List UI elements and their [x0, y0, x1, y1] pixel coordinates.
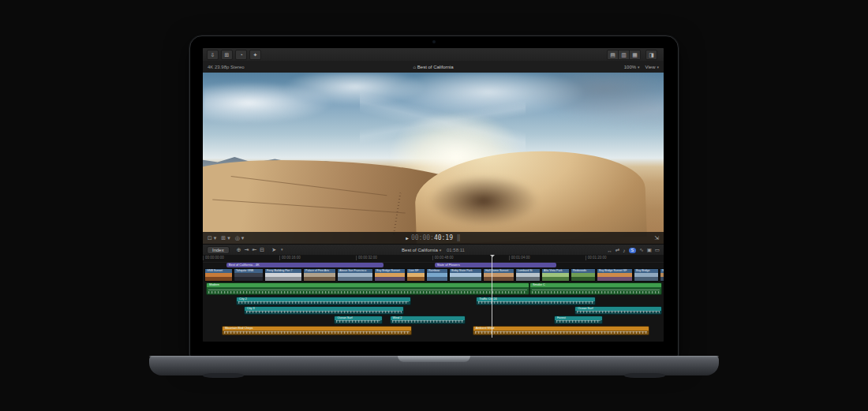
ruler-tick: 00:00:16:00 — [279, 256, 301, 260]
ruler-tick: 00:00:48:00 — [432, 256, 454, 260]
inspector-toggle-icon[interactable]: ◨ — [645, 50, 657, 60]
clip-thumbnail — [304, 273, 335, 281]
timeline-video-clip[interactable]: Tahquitz GNB — [234, 268, 264, 282]
clip-thumbnail — [516, 273, 540, 281]
clip-thumbnail — [265, 273, 301, 281]
viewer-transport-bar: ⊡ ▾⊞ ▾◎ ▾ ▶00:00:40:19 ‖ ⇲ — [203, 232, 664, 244]
viewer-project-title: ⌂ Best of California — [203, 65, 664, 69]
macbook-base — [149, 356, 719, 376]
timeline-video-clip[interactable]: Palace of Fine Arts — [303, 268, 336, 282]
clip-thumbnail — [375, 273, 405, 281]
keyword-editor-icon[interactable]: ⊞ — [221, 50, 233, 60]
timeline-video-clip[interactable]: Lion SF — [406, 268, 425, 282]
clip-thumbnail — [660, 273, 664, 281]
audio-clip-label: Smoke C — [530, 283, 661, 287]
timeline-video-clip[interactable]: Bay Bridge Sunset — [374, 268, 406, 282]
audio-clip[interactable]: Ambient Wind — [473, 326, 649, 335]
clip-thumbnail — [597, 273, 632, 281]
play-icon[interactable]: ▶ — [406, 235, 409, 241]
audio-waveform — [556, 320, 600, 323]
timeline-ruler[interactable]: 00:00:00:0000:00:16:0000:00:32:0000:00:4… — [203, 255, 664, 263]
video-clip-track: GNB SunsetTahquitz GNBFerry Building Pie… — [204, 268, 664, 282]
marker-track: Best of California - 4KState of Flowers — [203, 263, 664, 267]
fcp-app-window: ⇩⊞◔✦ ▤▥▦ ◨ 4K 23.98p Stereo ⌂ Best of Ca… — [203, 48, 664, 342]
import-media-icon[interactable]: ⇩ — [207, 50, 219, 60]
browser-view-toggle: ▤▥▦ — [607, 50, 641, 60]
viewer-info-bar: 4K 23.98p Stereo ⌂ Best of California 10… — [203, 61, 664, 73]
audio-waveform — [475, 331, 647, 334]
timeline-video-clip[interactable]: Rainbow — [426, 268, 448, 282]
background-tasks-icon[interactable]: ◔ — [235, 50, 247, 60]
audio-lane: ModernSmoke C — [203, 282, 664, 295]
clip-thumbnail — [634, 273, 658, 281]
ruler-tick: 00:01:20:00 — [586, 256, 607, 260]
timeline-body[interactable]: 00:00:00:0000:00:16:0000:00:32:0000:00:4… — [203, 255, 664, 342]
timeline-video-clip[interactable]: Bixby State Park — [449, 268, 482, 282]
timeline-video-clip[interactable]: SF Skyline — [660, 268, 664, 282]
audio-clip[interactable]: Smoke C — [529, 282, 662, 295]
timeline-video-clip[interactable]: Above San Francisco — [337, 268, 373, 282]
project-duration: 01:58:11 — [447, 248, 465, 252]
clip-thumbnail — [484, 273, 514, 281]
audio-clip[interactable]: City 3 — [244, 306, 404, 315]
timeline-video-clip[interactable]: GNB Sunset — [204, 268, 233, 282]
lid-opening-notch — [398, 356, 470, 362]
timeline-video-clip[interactable]: Ferry Building Pier 7 — [264, 268, 302, 282]
audio-clip[interactable]: Traffic Cty 24 — [476, 297, 596, 305]
toolbar-left-icons: ⇩⊞◔✦ — [207, 50, 264, 60]
timeline-video-clip[interactable]: Alta Vista Park — [541, 268, 570, 282]
audio-lane: Ocean SurfWind 2Forest — [203, 316, 664, 324]
audio-lane: Mountain Bird ChirpsAmbient Wind — [203, 326, 664, 335]
audio-clip[interactable]: Modern — [206, 282, 529, 295]
timeline-video-clip[interactable]: Half Dome Sunset — [483, 268, 514, 282]
clip-thumbnail — [407, 273, 425, 281]
audio-waveform — [392, 320, 464, 323]
ruler-tick: 00:00:00:00 — [203, 256, 224, 260]
clip-thumbnail — [450, 273, 481, 281]
effects-browser-icon[interactable]: ✦ — [249, 50, 261, 60]
audio-waveform — [336, 320, 380, 323]
timeline-video-clip[interactable]: Redwoods — [571, 268, 596, 282]
todo-marker[interactable]: State of Flowers — [435, 263, 556, 267]
ruler-tick: 00:01:04:00 — [509, 256, 530, 260]
list-view-icon[interactable]: ▥ — [619, 50, 630, 60]
clip-thumbnail — [205, 273, 232, 281]
viewer-timecode: ▶00:00:40:19 ‖ — [203, 234, 664, 241]
audio-lane: City 2Traffic Cty 24 — [203, 297, 664, 305]
app-toolbar: ⇩⊞◔✦ ▤▥▦ ◨ — [203, 48, 664, 62]
audio-clip-label: Ambient Wind — [473, 327, 649, 331]
audio-clip[interactable]: City 2 — [236, 297, 411, 305]
page-background: ⇩⊞◔✦ ▤▥▦ ◨ 4K 23.98p Stereo ⌂ Best of Ca… — [0, 0, 868, 411]
audio-waveform — [478, 301, 593, 304]
timeline-video-clip[interactable]: Lombard St — [515, 268, 541, 282]
audio-clip[interactable]: Wind 2 — [390, 316, 466, 324]
playhead[interactable] — [492, 255, 492, 338]
audio-waveform — [238, 301, 409, 304]
clip-thumbnail — [338, 273, 372, 281]
ruler-tick: 00:00:32:00 — [356, 256, 377, 260]
timeline-video-clip[interactable]: Bay Bridge Sunset SF — [597, 268, 633, 282]
timeline-video-clip[interactable]: Bay Bridge — [634, 268, 659, 282]
audio-waveform — [208, 291, 527, 293]
audio-clip[interactable]: Mountain Bird Chirps — [222, 326, 412, 335]
clip-view-icon[interactable]: ▦ — [630, 50, 641, 60]
timeline-project-menu[interactable]: Best of California▾ 01:58:11 — [203, 248, 664, 252]
audio-meters-icon[interactable]: ‖ — [457, 234, 461, 241]
todo-marker[interactable]: Best of California - 4K — [226, 263, 383, 267]
clip-thumbnail — [427, 273, 447, 281]
desert-scene-image — [203, 73, 664, 244]
audio-clip[interactable]: Ocean Surf — [334, 316, 383, 324]
clip-thumbnail — [542, 273, 569, 281]
project-icon: ⌂ — [413, 65, 417, 69]
chevron-down-icon: ▾ — [440, 248, 442, 252]
rubber-foot — [624, 373, 665, 378]
viewer-canvas[interactable]: ⊡ ▾⊞ ▾◎ ▾ ▶00:00:40:19 ‖ ⇲ — [203, 73, 664, 244]
filmstrip-view-icon[interactable]: ▤ — [607, 50, 619, 60]
rubber-foot — [203, 373, 244, 378]
audio-clip[interactable]: Forest — [554, 316, 603, 324]
audio-lanes: ModernSmoke CCity 2Traffic Cty 24City 3O… — [203, 282, 664, 342]
audio-waveform — [224, 331, 410, 334]
audio-clip[interactable]: Ocean Surf — [574, 306, 662, 315]
audio-lane: City 3Ocean Surf — [203, 306, 664, 315]
audio-clip-label: Modern — [207, 283, 529, 287]
